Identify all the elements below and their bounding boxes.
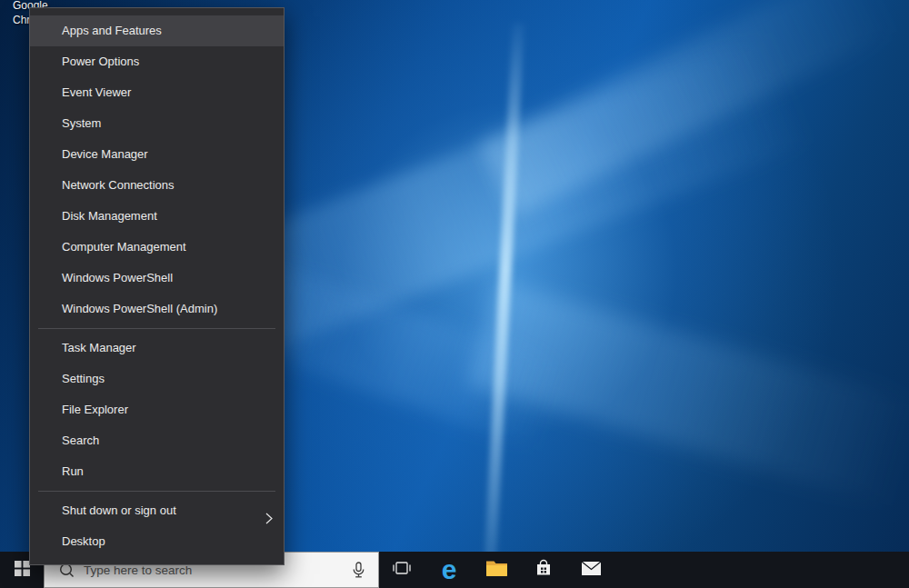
menu-item-desktop[interactable]: Desktop <box>30 526 284 557</box>
file-explorer-button[interactable] <box>473 552 520 588</box>
menu-item-file-explorer[interactable]: File Explorer <box>30 394 284 425</box>
windows-logo-icon <box>15 561 30 580</box>
edge-browser-button[interactable]: e <box>425 552 473 588</box>
menu-item-computer-management[interactable]: Computer Management <box>30 232 284 263</box>
task-view-icon <box>392 560 412 580</box>
menu-item-task-manager[interactable]: Task Manager <box>30 333 284 364</box>
mail-button[interactable] <box>567 552 614 588</box>
menu-item-disk-management[interactable]: Disk Management <box>30 201 284 232</box>
menu-item-search[interactable]: Search <box>30 425 284 456</box>
menu-item-windows-powershell-admin[interactable]: Windows PowerShell (Admin) <box>30 294 284 324</box>
menu-item-device-manager[interactable]: Device Manager <box>30 139 284 170</box>
wallpaper-glow-edge <box>484 23 524 573</box>
menu-item-power-options[interactable]: Power Options <box>30 46 284 77</box>
menu-item-shut-down-or-sign-out[interactable]: Shut down or sign out <box>30 495 284 526</box>
folder-icon <box>485 559 508 581</box>
store-bag-icon <box>534 559 553 581</box>
win-x-context-menu: Apps and Features Power Options Event Vi… <box>29 7 285 565</box>
menu-separator <box>38 491 275 492</box>
store-button[interactable] <box>520 552 567 588</box>
menu-separator <box>38 328 275 329</box>
microphone-icon[interactable] <box>352 562 365 579</box>
menu-item-run[interactable]: Run <box>30 456 284 487</box>
mail-envelope-icon <box>581 561 602 580</box>
menu-item-settings[interactable]: Settings <box>30 364 284 394</box>
menu-item-apps-and-features[interactable]: Apps and Features <box>30 15 284 46</box>
wallpaper-light-ray <box>479 0 909 217</box>
task-view-button[interactable] <box>378 552 425 588</box>
menu-item-network-connections[interactable]: Network Connections <box>30 170 284 201</box>
wallpaper-light-ray <box>467 280 909 520</box>
menu-item-windows-powershell[interactable]: Windows PowerShell <box>30 263 284 294</box>
menu-item-label: Shut down or sign out <box>62 503 176 517</box>
menu-item-event-viewer[interactable]: Event Viewer <box>30 77 284 108</box>
edge-icon: e <box>442 556 457 583</box>
menu-item-system[interactable]: System <box>30 108 284 139</box>
